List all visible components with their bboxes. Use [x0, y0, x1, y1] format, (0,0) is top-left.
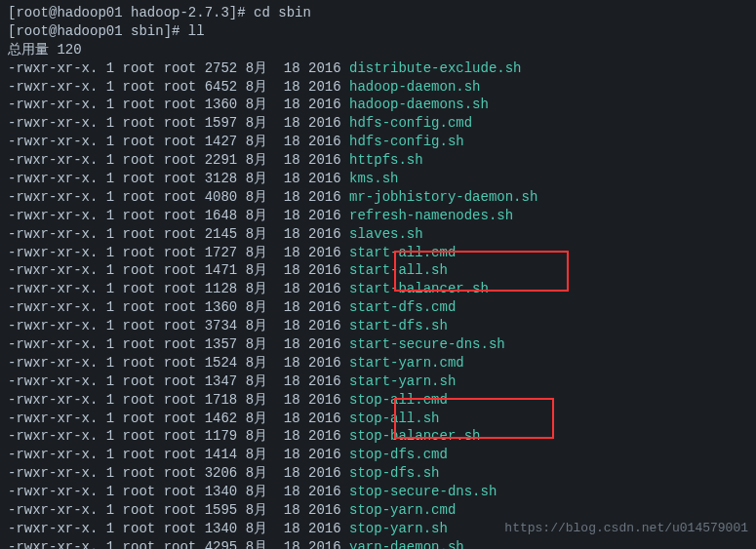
file-row: -rwxr-xr-x. 1 root root 1462 8月 18 2016 …	[8, 410, 748, 428]
file-name: start-yarn.cmd	[349, 355, 464, 371]
file-row: -rwxr-xr-x. 1 root root 1718 8月 18 2016 …	[8, 391, 748, 410]
file-meta: -rwxr-xr-x. 1 root root 2752 8月 18 2016	[8, 60, 349, 76]
file-name: hdfs-config.cmd	[349, 115, 472, 131]
file-row: -rwxr-xr-x. 1 root root 3128 8月 18 2016 …	[8, 170, 748, 188]
file-name: start-dfs.cmd	[349, 299, 456, 315]
file-list: -rwxr-xr-x. 1 root root 2752 8月 18 2016 …	[8, 59, 748, 549]
file-name: stop-secure-dns.sh	[349, 484, 497, 499]
file-meta: -rwxr-xr-x. 1 root root 1357 8月 18 2016	[8, 336, 349, 352]
file-meta: -rwxr-xr-x. 1 root root 3734 8月 18 2016	[8, 318, 349, 333]
file-meta: -rwxr-xr-x. 1 root root 3206 8月 18 2016	[8, 465, 349, 481]
file-row: -rwxr-xr-x. 1 root root 3734 8月 18 2016 …	[8, 317, 748, 335]
file-meta: -rwxr-xr-x. 1 root root 1340 8月 18 2016	[8, 521, 349, 536]
file-row: -rwxr-xr-x. 1 root root 1357 8月 18 2016 …	[8, 335, 748, 354]
file-row: -rwxr-xr-x. 1 root root 2145 8月 18 2016 …	[8, 225, 748, 244]
file-name: stop-balancer.sh	[349, 428, 480, 444]
file-name: yarn-daemon.sh	[349, 539, 464, 549]
file-name: start-secure-dns.sh	[349, 336, 505, 352]
file-row: -rwxr-xr-x. 1 root root 1597 8月 18 2016 …	[8, 114, 748, 133]
file-name: stop-dfs.cmd	[349, 447, 448, 462]
file-name: httpfs.sh	[349, 152, 423, 168]
file-row: -rwxr-xr-x. 1 root root 2752 8月 18 2016 …	[8, 59, 748, 78]
prompt-line-2: [root@hadoop01 sbin]# ll	[8, 22, 748, 41]
file-meta: -rwxr-xr-x. 1 root root 1360 8月 18 2016	[8, 97, 349, 112]
file-row: -rwxr-xr-x. 1 root root 1347 8月 18 2016 …	[8, 373, 748, 391]
file-name: start-all.cmd	[349, 245, 456, 260]
file-row: -rwxr-xr-x. 1 root root 1414 8月 18 2016 …	[8, 446, 748, 464]
file-row: -rwxr-xr-x. 1 root root 4295 8月 18 2016 …	[8, 538, 748, 549]
file-meta: -rwxr-xr-x. 1 root root 1595 8月 18 2016	[8, 502, 349, 518]
file-row: -rwxr-xr-x. 1 root root 1340 8月 18 2016 …	[8, 483, 748, 501]
file-name: stop-yarn.cmd	[349, 502, 456, 518]
file-row: -rwxr-xr-x. 1 root root 1727 8月 18 2016 …	[8, 244, 748, 262]
prompt-line-1: [root@hadoop01 hadoop-2.7.3]# cd sbin	[8, 4, 748, 22]
file-meta: -rwxr-xr-x. 1 root root 1360 8月 18 2016	[8, 299, 349, 315]
file-row: -rwxr-xr-x. 1 root root 1360 8月 18 2016 …	[8, 96, 748, 114]
file-meta: -rwxr-xr-x. 1 root root 1462 8月 18 2016	[8, 411, 349, 426]
file-name: start-yarn.sh	[349, 373, 456, 389]
watermark: https://blog.csdn.net/u014579001	[504, 520, 748, 537]
file-row: -rwxr-xr-x. 1 root root 1360 8月 18 2016 …	[8, 298, 748, 317]
file-row: -rwxr-xr-x. 1 root root 2291 8月 18 2016 …	[8, 151, 748, 170]
total-line: 总用量 120	[8, 41, 748, 59]
file-row: -rwxr-xr-x. 1 root root 1427 8月 18 2016 …	[8, 133, 748, 151]
file-row: -rwxr-xr-x. 1 root root 1179 8月 18 2016 …	[8, 427, 748, 446]
file-meta: -rwxr-xr-x. 1 root root 4080 8月 18 2016	[8, 189, 349, 205]
file-row: -rwxr-xr-x. 1 root root 3206 8月 18 2016 …	[8, 464, 748, 483]
file-row: -rwxr-xr-x. 1 root root 1128 8月 18 2016 …	[8, 280, 748, 298]
file-meta: -rwxr-xr-x. 1 root root 1471 8月 18 2016	[8, 262, 349, 278]
file-name: stop-dfs.sh	[349, 465, 439, 481]
file-meta: -rwxr-xr-x. 1 root root 4295 8月 18 2016	[8, 539, 349, 549]
file-meta: -rwxr-xr-x. 1 root root 1427 8月 18 2016	[8, 134, 349, 149]
file-meta: -rwxr-xr-x. 1 root root 2145 8月 18 2016	[8, 226, 349, 242]
file-meta: -rwxr-xr-x. 1 root root 1727 8月 18 2016	[8, 245, 349, 260]
file-meta: -rwxr-xr-x. 1 root root 1414 8月 18 2016	[8, 447, 349, 462]
file-name: mr-jobhistory-daemon.sh	[349, 189, 537, 205]
file-name: stop-all.cmd	[349, 392, 448, 408]
file-row: -rwxr-xr-x. 1 root root 1648 8月 18 2016 …	[8, 207, 748, 225]
file-name: hadoop-daemons.sh	[349, 97, 489, 112]
file-name: kms.sh	[349, 171, 398, 186]
file-meta: -rwxr-xr-x. 1 root root 1347 8月 18 2016	[8, 373, 349, 389]
file-row: -rwxr-xr-x. 1 root root 1595 8月 18 2016 …	[8, 501, 748, 520]
file-meta: -rwxr-xr-x. 1 root root 1648 8月 18 2016	[8, 208, 349, 223]
file-name: stop-all.sh	[349, 411, 439, 426]
file-name: slaves.sh	[349, 226, 423, 242]
file-meta: -rwxr-xr-x. 1 root root 6452 8月 18 2016	[8, 79, 349, 95]
file-meta: -rwxr-xr-x. 1 root root 1524 8月 18 2016	[8, 355, 349, 371]
file-meta: -rwxr-xr-x. 1 root root 1128 8月 18 2016	[8, 281, 349, 296]
file-name: start-all.sh	[349, 262, 448, 278]
file-name: stop-yarn.sh	[349, 521, 448, 536]
file-meta: -rwxr-xr-x. 1 root root 2291 8月 18 2016	[8, 152, 349, 168]
file-meta: -rwxr-xr-x. 1 root root 1718 8月 18 2016	[8, 392, 349, 408]
file-meta: -rwxr-xr-x. 1 root root 1340 8月 18 2016	[8, 484, 349, 499]
file-row: -rwxr-xr-x. 1 root root 1524 8月 18 2016 …	[8, 354, 748, 373]
terminal-output: [root@hadoop01 hadoop-2.7.3]# cd sbin [r…	[8, 4, 748, 549]
file-name: hadoop-daemon.sh	[349, 79, 480, 95]
file-row: -rwxr-xr-x. 1 root root 6452 8月 18 2016 …	[8, 78, 748, 97]
file-name: start-dfs.sh	[349, 318, 448, 333]
file-meta: -rwxr-xr-x. 1 root root 3128 8月 18 2016	[8, 171, 349, 186]
file-name: refresh-namenodes.sh	[349, 208, 513, 223]
file-name: distribute-exclude.sh	[349, 60, 521, 76]
file-row: -rwxr-xr-x. 1 root root 4080 8月 18 2016 …	[8, 188, 748, 207]
file-row: -rwxr-xr-x. 1 root root 1471 8月 18 2016 …	[8, 261, 748, 280]
file-meta: -rwxr-xr-x. 1 root root 1179 8月 18 2016	[8, 428, 349, 444]
file-name: start-balancer.sh	[349, 281, 489, 296]
file-name: hdfs-config.sh	[349, 134, 464, 149]
file-meta: -rwxr-xr-x. 1 root root 1597 8月 18 2016	[8, 115, 349, 131]
